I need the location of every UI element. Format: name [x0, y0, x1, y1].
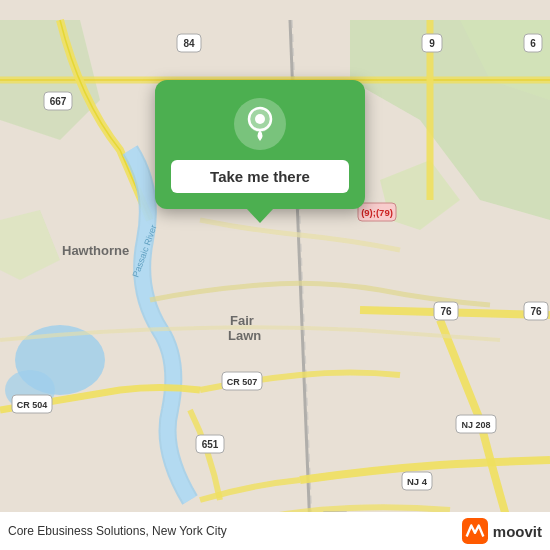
svg-text:Fair: Fair [230, 313, 254, 328]
take-me-there-button[interactable]: Take me there [171, 160, 349, 193]
location-label-bar: Core Ebusiness Solutions, New York City … [0, 512, 550, 550]
location-pin-icon [245, 106, 275, 142]
svg-text:651: 651 [202, 439, 219, 450]
svg-text:76: 76 [440, 306, 452, 317]
svg-marker-6 [0, 210, 60, 280]
map-container: Passaic River 84 667 9 [0, 0, 550, 550]
moovit-label: moovit [493, 523, 542, 540]
svg-text:84: 84 [183, 38, 195, 49]
svg-text:9: 9 [429, 38, 435, 49]
svg-text:667: 667 [50, 96, 67, 107]
svg-text:(9);(79): (9);(79) [361, 207, 393, 218]
svg-text:NJ 208: NJ 208 [461, 420, 490, 430]
svg-text:CR 507: CR 507 [227, 377, 258, 387]
svg-text:Lawn: Lawn [228, 328, 261, 343]
svg-text:NJ 4: NJ 4 [407, 476, 428, 487]
svg-point-45 [255, 114, 265, 124]
svg-text:Hawthorne: Hawthorne [62, 243, 129, 258]
location-icon-circle [234, 98, 286, 150]
location-label: Core Ebusiness Solutions, New York City [8, 524, 227, 538]
moovit-icon-bottom [462, 518, 488, 544]
moovit-logo-bottom: moovit [462, 518, 542, 544]
popup-card: Take me there [155, 80, 365, 209]
svg-text:76: 76 [530, 306, 542, 317]
svg-text:CR 504: CR 504 [17, 400, 48, 410]
svg-text:6: 6 [530, 38, 536, 49]
